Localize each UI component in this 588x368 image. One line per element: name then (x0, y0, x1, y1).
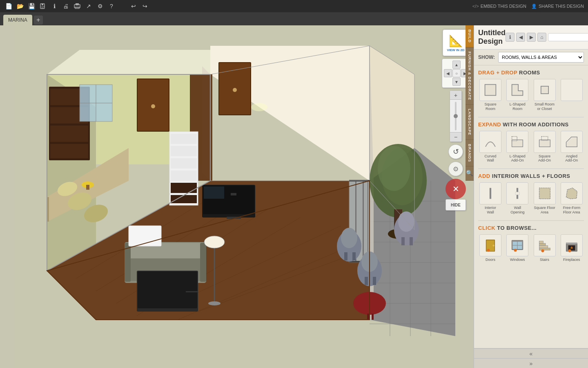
stairs-item[interactable]: Stairs (532, 234, 557, 262)
svg-rect-103 (372, 314, 374, 320)
svg-rect-92 (352, 252, 356, 260)
search-input[interactable] (550, 34, 587, 40)
help-icon[interactable]: ? (107, 2, 116, 11)
zoom-track (450, 100, 462, 132)
svg-marker-122 (567, 138, 577, 146)
new-icon[interactable]: 📄 (4, 2, 13, 11)
save-icon[interactable]: 💾 (27, 2, 36, 11)
lshaped-room-item[interactable]: L-ShapedRoom (505, 79, 530, 111)
square-floor-item[interactable]: Square FloorArea (532, 182, 557, 215)
view-2d-button[interactable]: 📐 VIEW IN 2D (443, 29, 469, 56)
tab-search[interactable]: 🔍 (466, 166, 474, 181)
drag-drop-highlight: DRAG + DROP (478, 70, 517, 76)
code-icon: </> (472, 4, 479, 9)
zoom-slider[interactable] (455, 102, 457, 130)
settings-overlay-button[interactable]: ⚙ (448, 162, 463, 176)
browse-section: CLICK TO BROWSE... (478, 225, 584, 262)
svg-point-149 (568, 249, 571, 252)
show-label: SHOW: (478, 54, 495, 60)
embed-button[interactable]: </> EMBED THIS DESIGN (472, 4, 526, 9)
pan-down-button[interactable]: ▼ (452, 78, 461, 86)
svg-rect-127 (539, 188, 550, 199)
tab-marina[interactable]: MARINA (3, 15, 32, 25)
show-bar: SHOW: ROOMS, WALLS & AREAS FURNITURE FUL… (474, 49, 588, 65)
fireplaces-item[interactable]: Fireplaces (559, 234, 584, 262)
doors-label: Doors (486, 258, 495, 262)
rotate-button[interactable]: ↺ (448, 144, 463, 159)
curved-wall-item[interactable]: CurvedWall (478, 131, 503, 163)
svg-point-41 (151, 104, 155, 108)
tab-brands[interactable]: BRANDS (466, 140, 474, 167)
hide-x-icon: ✕ (452, 184, 459, 194)
panel-footer: « » (474, 348, 588, 368)
canvas[interactable]: 📐 VIEW IN 2D ▲ ◀ ○ ▶ ▼ + (0, 25, 474, 368)
curved-wall-label: CurvedWall (485, 154, 497, 163)
freeform-floor-label: Free-FormFloor Area (563, 206, 581, 215)
svg-rect-69 (204, 186, 224, 199)
square-addon-item[interactable]: SquareAdd-On (532, 131, 557, 163)
printpdf-icon[interactable] (73, 2, 82, 11)
expand-highlight: EXPAND (478, 121, 501, 128)
undo-button[interactable]: ↩ (129, 2, 138, 11)
svg-rect-79 (138, 272, 197, 308)
panel-back-button[interactable]: ◀ (516, 33, 525, 42)
expand-section: EXPAND WITH ROOM ADDITIONS CurvedWall (478, 121, 584, 163)
windows-item[interactable]: Windows (505, 234, 530, 262)
topbar: 📄 📂 💾 ℹ 🖨 ↗ ⚙ ? ↩ ↪ </> EMBED THIS DESIG… (0, 0, 588, 12)
svg-point-145 (541, 249, 544, 252)
square-room-item[interactable]: SquareRoom (478, 79, 503, 111)
doors-item[interactable]: Doors (478, 234, 503, 262)
panel-home-button[interactable]: ⌂ (537, 33, 546, 42)
share-button[interactable]: 👤 SHARE THIS DESIGN (531, 4, 584, 9)
drag-drop-section: DRAG + DROP ROOMS SquareRoom (478, 70, 584, 111)
info-icon[interactable]: ℹ (50, 2, 59, 11)
svg-rect-96 (373, 277, 376, 285)
tab-build[interactable]: BUILD (466, 25, 474, 47)
square-room-icon (479, 79, 501, 101)
wall-opening-icon (506, 182, 528, 204)
interior-normal: INTERIOR WALLS + FLOORS (492, 173, 570, 179)
panel-search[interactable]: 🔍 (548, 33, 588, 41)
redo-button[interactable]: ↪ (140, 2, 149, 11)
windows-icon-box (506, 234, 528, 256)
freeform-floor-item[interactable]: Free-FormFloor Area (559, 182, 584, 215)
tab-furnish[interactable]: FURNISH & DECORATE (466, 47, 474, 105)
wall-opening-item[interactable]: WallOpening (505, 182, 530, 215)
show-dropdown[interactable]: ROOMS, WALLS & AREAS FURNITURE FULL VIEW (498, 52, 584, 63)
pan-left-button[interactable]: ◀ (444, 69, 452, 77)
expand-grid: CurvedWall L-ShapedAdd-On Sq (478, 131, 584, 163)
square-floor-label: Square FloorArea (534, 206, 555, 215)
zoom-cluster: + − (450, 90, 462, 142)
fireplaces-label: Fireplaces (563, 258, 580, 262)
panel-forward-button[interactable]: ▶ (527, 33, 536, 42)
add-tab-button[interactable]: + (34, 16, 43, 25)
lshaped-addon-icon (506, 131, 528, 153)
print-icon[interactable]: 🖨 (61, 2, 70, 11)
collapse-up-button[interactable]: « (474, 348, 588, 358)
svg-rect-142 (539, 245, 548, 248)
hide-button[interactable]: HIDE (445, 199, 466, 211)
zoom-out-button[interactable]: − (450, 132, 462, 141)
square-addon-label: SquareAdd-On (538, 154, 551, 163)
settings-icon[interactable]: ⚙ (96, 2, 105, 11)
pan-center-button[interactable]: ○ (452, 69, 461, 77)
pan-up-button[interactable]: ▲ (452, 61, 461, 69)
svg-rect-110 (486, 85, 495, 95)
saveas-icon[interactable] (38, 2, 47, 11)
hide-container: ✕ HIDE (445, 179, 466, 199)
lshaped-addon-item[interactable]: L-ShapedAdd-On (505, 131, 530, 163)
export-icon[interactable]: ↗ (84, 2, 93, 11)
collapse-down-button[interactable]: » (474, 358, 588, 368)
svg-rect-66 (171, 195, 197, 203)
tab-landscape[interactable]: LANDSCAPE (466, 105, 474, 140)
svg-rect-126 (515, 192, 519, 195)
svg-rect-99 (401, 237, 405, 245)
panel-info-button[interactable]: ℹ (506, 33, 514, 42)
interior-wall-item[interactable]: InteriorWall (478, 182, 503, 215)
angled-addon-item[interactable]: AngledAdd-On (559, 131, 584, 163)
zoom-in-button[interactable]: + (450, 91, 462, 100)
small-room-item[interactable]: Small Roomor Closet (532, 79, 557, 111)
stairs-label: Stairs (540, 258, 549, 262)
lshaped-room-icon (506, 79, 528, 101)
open-icon[interactable]: 📂 (16, 2, 24, 11)
